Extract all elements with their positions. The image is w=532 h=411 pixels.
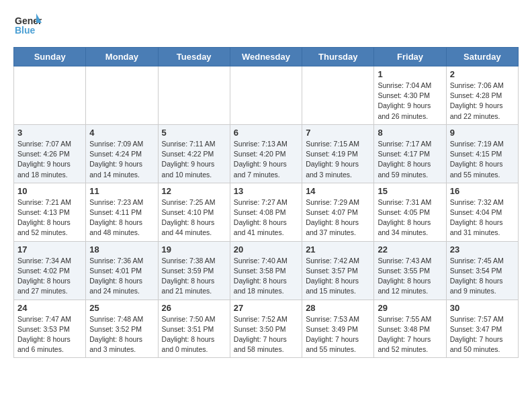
day-number: 10 xyxy=(17,186,82,196)
logo: General Blue xyxy=(13,11,42,39)
calendar-header-wednesday: Wednesday xyxy=(230,48,302,66)
calendar-header-thursday: Thursday xyxy=(302,48,374,66)
day-number: 27 xyxy=(234,303,298,313)
calendar-day-21: 21Sunrise: 7:42 AM Sunset: 3:57 PM Dayli… xyxy=(302,241,374,300)
page: General Blue SundayMondayTuesdayWednesda… xyxy=(0,0,532,369)
calendar-day-17: 17Sunrise: 7:34 AM Sunset: 4:02 PM Dayli… xyxy=(14,241,86,300)
calendar-day-16: 16Sunrise: 7:32 AM Sunset: 4:04 PM Dayli… xyxy=(446,183,518,241)
calendar-day-20: 20Sunrise: 7:40 AM Sunset: 3:58 PM Dayli… xyxy=(230,241,302,300)
calendar-day-11: 11Sunrise: 7:23 AM Sunset: 4:11 PM Dayli… xyxy=(86,183,158,241)
calendar-header-sunday: Sunday xyxy=(14,48,86,66)
day-number: 14 xyxy=(306,186,370,196)
day-info: Sunrise: 7:15 AM Sunset: 4:19 PM Dayligh… xyxy=(306,139,370,180)
day-number: 19 xyxy=(162,244,226,255)
day-number: 16 xyxy=(450,186,515,196)
day-info: Sunrise: 7:53 AM Sunset: 3:49 PM Dayligh… xyxy=(306,314,370,355)
calendar-day-30: 30Sunrise: 7:57 AM Sunset: 3:47 PM Dayli… xyxy=(446,300,518,358)
day-info: Sunrise: 7:40 AM Sunset: 3:58 PM Dayligh… xyxy=(234,256,298,297)
day-number: 2 xyxy=(450,69,515,79)
calendar-header-row: SundayMondayTuesdayWednesdayThursdayFrid… xyxy=(14,48,519,66)
day-info: Sunrise: 7:31 AM Sunset: 4:05 PM Dayligh… xyxy=(378,197,442,238)
calendar-day-26: 26Sunrise: 7:50 AM Sunset: 3:51 PM Dayli… xyxy=(158,300,230,358)
day-info: Sunrise: 7:32 AM Sunset: 4:04 PM Dayligh… xyxy=(450,197,515,238)
calendar-day-25: 25Sunrise: 7:48 AM Sunset: 3:52 PM Dayli… xyxy=(86,300,158,358)
calendar-day-13: 13Sunrise: 7:27 AM Sunset: 4:08 PM Dayli… xyxy=(230,183,302,241)
day-number: 23 xyxy=(450,244,515,255)
day-number: 12 xyxy=(162,186,226,196)
calendar-week-row: 10Sunrise: 7:21 AM Sunset: 4:13 PM Dayli… xyxy=(14,183,519,241)
calendar-empty xyxy=(302,66,374,125)
day-number: 8 xyxy=(378,128,442,138)
day-number: 17 xyxy=(17,244,82,255)
day-info: Sunrise: 7:11 AM Sunset: 4:22 PM Dayligh… xyxy=(162,139,226,180)
day-info: Sunrise: 7:07 AM Sunset: 4:26 PM Dayligh… xyxy=(17,139,82,180)
day-info: Sunrise: 7:06 AM Sunset: 4:28 PM Dayligh… xyxy=(450,81,515,122)
day-info: Sunrise: 7:21 AM Sunset: 4:13 PM Dayligh… xyxy=(17,197,82,238)
day-number: 9 xyxy=(450,128,515,138)
day-info: Sunrise: 7:47 AM Sunset: 3:53 PM Dayligh… xyxy=(17,314,82,355)
logo-icon: General Blue xyxy=(13,11,42,39)
day-number: 6 xyxy=(234,128,298,138)
calendar-day-14: 14Sunrise: 7:29 AM Sunset: 4:07 PM Dayli… xyxy=(302,183,374,241)
header: General Blue xyxy=(13,11,519,39)
day-number: 15 xyxy=(378,186,442,196)
day-info: Sunrise: 7:13 AM Sunset: 4:20 PM Dayligh… xyxy=(234,139,298,180)
day-number: 22 xyxy=(378,244,442,255)
calendar-header-saturday: Saturday xyxy=(446,48,518,66)
calendar-table: SundayMondayTuesdayWednesdayThursdayFrid… xyxy=(13,47,519,358)
day-info: Sunrise: 7:43 AM Sunset: 3:55 PM Dayligh… xyxy=(378,256,442,297)
day-info: Sunrise: 7:42 AM Sunset: 3:57 PM Dayligh… xyxy=(306,256,370,297)
day-number: 26 xyxy=(162,303,226,313)
svg-text:Blue: Blue xyxy=(15,25,36,36)
day-info: Sunrise: 7:48 AM Sunset: 3:52 PM Dayligh… xyxy=(89,314,154,355)
calendar-empty xyxy=(230,66,302,125)
calendar-day-12: 12Sunrise: 7:25 AM Sunset: 4:10 PM Dayli… xyxy=(158,183,230,241)
day-info: Sunrise: 7:55 AM Sunset: 3:48 PM Dayligh… xyxy=(378,314,442,355)
day-info: Sunrise: 7:45 AM Sunset: 3:54 PM Dayligh… xyxy=(450,256,515,297)
day-info: Sunrise: 7:52 AM Sunset: 3:50 PM Dayligh… xyxy=(234,314,298,355)
day-number: 4 xyxy=(89,128,154,138)
day-info: Sunrise: 7:19 AM Sunset: 4:15 PM Dayligh… xyxy=(450,139,515,180)
day-info: Sunrise: 7:38 AM Sunset: 3:59 PM Dayligh… xyxy=(162,256,226,297)
day-info: Sunrise: 7:23 AM Sunset: 4:11 PM Dayligh… xyxy=(89,197,154,238)
calendar-week-row: 24Sunrise: 7:47 AM Sunset: 3:53 PM Dayli… xyxy=(14,300,519,358)
day-number: 25 xyxy=(89,303,154,313)
calendar-header-tuesday: Tuesday xyxy=(158,48,230,66)
day-number: 5 xyxy=(162,128,226,138)
calendar-day-19: 19Sunrise: 7:38 AM Sunset: 3:59 PM Dayli… xyxy=(158,241,230,300)
calendar-day-18: 18Sunrise: 7:36 AM Sunset: 4:01 PM Dayli… xyxy=(86,241,158,300)
day-number: 13 xyxy=(234,186,298,196)
calendar-week-row: 17Sunrise: 7:34 AM Sunset: 4:02 PM Dayli… xyxy=(14,241,519,300)
calendar-day-23: 23Sunrise: 7:45 AM Sunset: 3:54 PM Dayli… xyxy=(446,241,518,300)
day-number: 18 xyxy=(89,244,154,255)
day-info: Sunrise: 7:09 AM Sunset: 4:24 PM Dayligh… xyxy=(89,139,154,180)
calendar-header-monday: Monday xyxy=(86,48,158,66)
day-info: Sunrise: 7:25 AM Sunset: 4:10 PM Dayligh… xyxy=(162,197,226,238)
calendar-empty xyxy=(158,66,230,125)
calendar-day-22: 22Sunrise: 7:43 AM Sunset: 3:55 PM Dayli… xyxy=(374,241,446,300)
day-number: 20 xyxy=(234,244,298,255)
day-number: 11 xyxy=(89,186,154,196)
day-info: Sunrise: 7:34 AM Sunset: 4:02 PM Dayligh… xyxy=(17,256,82,297)
calendar-header-friday: Friday xyxy=(374,48,446,66)
calendar-day-1: 1Sunrise: 7:04 AM Sunset: 4:30 PM Daylig… xyxy=(374,66,446,125)
calendar-empty xyxy=(86,66,158,125)
calendar-day-4: 4Sunrise: 7:09 AM Sunset: 4:24 PM Daylig… xyxy=(86,124,158,183)
day-number: 24 xyxy=(17,303,82,313)
day-info: Sunrise: 7:36 AM Sunset: 4:01 PM Dayligh… xyxy=(89,256,154,297)
day-number: 28 xyxy=(306,303,370,313)
day-info: Sunrise: 7:17 AM Sunset: 4:17 PM Dayligh… xyxy=(378,139,442,180)
calendar-day-5: 5Sunrise: 7:11 AM Sunset: 4:22 PM Daylig… xyxy=(158,124,230,183)
calendar-day-10: 10Sunrise: 7:21 AM Sunset: 4:13 PM Dayli… xyxy=(14,183,86,241)
day-info: Sunrise: 7:29 AM Sunset: 4:07 PM Dayligh… xyxy=(306,197,370,238)
calendar-day-9: 9Sunrise: 7:19 AM Sunset: 4:15 PM Daylig… xyxy=(446,124,518,183)
calendar-empty xyxy=(14,66,86,125)
day-info: Sunrise: 7:57 AM Sunset: 3:47 PM Dayligh… xyxy=(450,314,515,355)
day-info: Sunrise: 7:27 AM Sunset: 4:08 PM Dayligh… xyxy=(234,197,298,238)
calendar-day-28: 28Sunrise: 7:53 AM Sunset: 3:49 PM Dayli… xyxy=(302,300,374,358)
day-number: 1 xyxy=(378,69,442,79)
calendar-day-8: 8Sunrise: 7:17 AM Sunset: 4:17 PM Daylig… xyxy=(374,124,446,183)
calendar-day-2: 2Sunrise: 7:06 AM Sunset: 4:28 PM Daylig… xyxy=(446,66,518,125)
calendar-day-24: 24Sunrise: 7:47 AM Sunset: 3:53 PM Dayli… xyxy=(14,300,86,358)
calendar-day-3: 3Sunrise: 7:07 AM Sunset: 4:26 PM Daylig… xyxy=(14,124,86,183)
